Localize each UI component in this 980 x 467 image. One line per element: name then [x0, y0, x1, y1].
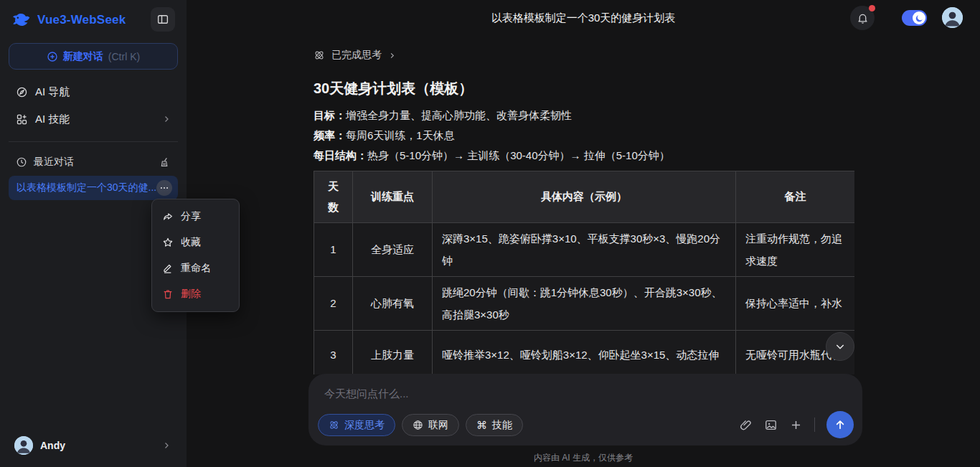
- meta-text: 每周6天训练，1天休息: [346, 129, 455, 141]
- add-more-button[interactable]: [789, 418, 803, 432]
- chat-composer: 今天想问点什么... 深度思考: [308, 374, 862, 445]
- menu-item-label: 重命名: [181, 262, 211, 275]
- cell-note: 保持心率适中，补水: [736, 276, 855, 330]
- user-profile-button[interactable]: Andy: [9, 433, 178, 458]
- atom-icon: [314, 49, 325, 61]
- menu-item-rename[interactable]: 重命名: [152, 255, 239, 281]
- atom-icon: [329, 420, 339, 430]
- image-upload-button[interactable]: [764, 418, 778, 432]
- sidebar-item-ai-skills[interactable]: AI 技能: [9, 107, 178, 131]
- column-header-day: 天数: [314, 171, 353, 223]
- sidebar-item-label: AI 技能: [35, 113, 70, 126]
- plus-circle-icon: [47, 51, 58, 62]
- scroll-to-bottom-button[interactable]: [826, 332, 854, 361]
- web-search-toggle[interactable]: 联网: [402, 414, 459, 436]
- ellipsis-icon: [159, 183, 169, 193]
- column-header-focus: 训练重点: [353, 171, 433, 223]
- notifications-button[interactable]: [850, 6, 875, 30]
- globe-icon: [413, 420, 423, 430]
- plan-table: 天数 训练重点 具体内容（示例） 备注 1 全身适应 深蹲3×15、跪姿俯卧撑3…: [314, 171, 854, 374]
- clear-history-button[interactable]: [159, 156, 171, 168]
- new-chat-label: 新建对话: [63, 50, 103, 63]
- bell-icon: [857, 12, 869, 24]
- plan-heading: 30天健身计划表（模板）: [314, 79, 473, 98]
- new-chat-button[interactable]: 新建对话 (Ctrl K): [9, 43, 178, 70]
- conversation-item[interactable]: 以表格模板制定一个30天的健...: [9, 176, 178, 200]
- cell-detail: 跳绳20分钟（间歇：跳1分钟休息30秒）、开合跳3×30秒、高抬腿3×30秒: [433, 276, 736, 330]
- chevron-down-icon: [834, 341, 846, 352]
- notification-dot: [869, 5, 875, 11]
- chevron-right-icon: [162, 115, 171, 123]
- compass-icon: [16, 86, 28, 98]
- column-header-note: 备注: [736, 171, 855, 223]
- chevron-right-icon: [162, 441, 171, 450]
- conversation-more-button[interactable]: [156, 180, 172, 196]
- recent-label: 最近对话: [34, 156, 74, 169]
- column-header-detail: 具体内容（示例）: [433, 171, 736, 223]
- table-header-row: 天数 训练重点 具体内容（示例） 备注: [314, 171, 855, 223]
- app-window: Vue3-WebSeek 新建对话 (Ctrl K): [0, 0, 980, 467]
- thought-status-label: 已完成思考: [331, 49, 382, 62]
- chat-input[interactable]: 今天想问点什么...: [324, 387, 847, 401]
- trash-icon: [162, 288, 174, 300]
- sidebar-item-label: AI 导航: [35, 85, 70, 99]
- star-icon: [162, 237, 174, 248]
- new-chat-shortcut: (Ctrl K): [108, 51, 140, 62]
- cell-note: 注重动作规范，勿追求速度: [736, 222, 855, 276]
- pill-label: 联网: [428, 419, 448, 432]
- cell-focus: 全身适应: [353, 222, 433, 276]
- conversation-context-menu: 分享 收藏 重命名 删除: [151, 199, 240, 312]
- meta-label: 目标: [314, 109, 335, 121]
- table-row: 2 心肺有氧 跳绳20分钟（间歇：跳1分钟休息30秒）、开合跳3×30秒、高抬腿…: [314, 276, 855, 330]
- pill-label: 深度思考: [344, 419, 385, 432]
- plan-frequency-line: 频率：每周6天训练，1天休息: [314, 129, 455, 143]
- meta-text: 热身（5-10分钟）→ 主训练（30-40分钟）→ 拉伸（5-10分钟）: [367, 149, 670, 161]
- menu-item-label: 分享: [181, 210, 201, 223]
- table-row: 1 全身适应 深蹲3×15、跪姿俯卧撑3×10、平板支撑30秒×3、慢跑20分钟…: [314, 222, 855, 276]
- cell-day: 2: [314, 276, 353, 330]
- menu-item-delete[interactable]: 删除: [152, 281, 239, 307]
- cell-day: 1: [314, 222, 353, 276]
- chevron-right-icon: [388, 52, 396, 60]
- deep-think-toggle[interactable]: 深度思考: [318, 414, 395, 436]
- cell-detail: 深蹲3×15、跪姿俯卧撑3×10、平板支撑30秒×3、慢跑20分钟: [433, 222, 736, 276]
- brand-name: Vue3-WebSeek: [37, 13, 126, 27]
- moon-icon: [913, 11, 925, 24]
- plan-goal-line: 目标：增强全身力量、提高心肺功能、改善身体柔韧性: [314, 109, 572, 123]
- meta-text: 增强全身力量、提高心肺功能、改善身体柔韧性: [346, 109, 572, 121]
- skills-toggle[interactable]: ⌘ 技能: [466, 414, 523, 436]
- recent-conversations-header: 最近对话: [9, 153, 178, 171]
- meta-label: 每日结构: [314, 149, 357, 161]
- menu-item-label: 删除: [181, 288, 201, 301]
- main-header: 以表格模板制定一个30天的健身计划表: [187, 0, 980, 36]
- menu-item-share[interactable]: 分享: [152, 204, 239, 230]
- share-icon: [162, 211, 174, 222]
- pill-label: 技能: [492, 419, 512, 432]
- thought-status-toggle[interactable]: 已完成思考: [314, 49, 396, 62]
- cell-focus: 心肺有氧: [353, 276, 433, 330]
- cell-detail: 哑铃推举3×12、哑铃划船3×12、仰卧起坐3×15、动态拉伸: [433, 330, 736, 374]
- sidebar-item-ai-nav[interactable]: AI 导航: [9, 80, 178, 104]
- whale-logo-icon: [10, 11, 32, 29]
- meta-label: 频率: [314, 129, 335, 141]
- sidebar-header: Vue3-WebSeek: [10, 7, 176, 33]
- ai-disclaimer: 内容由 AI 生成，仅供参考: [187, 452, 980, 464]
- apps-grid-icon: [16, 113, 28, 126]
- brand: Vue3-WebSeek: [10, 11, 126, 29]
- composer-actions: [739, 411, 854, 438]
- send-button[interactable]: [826, 411, 854, 438]
- plan-structure-line: 每日结构：热身（5-10分钟）→ 主训练（30-40分钟）→ 拉伸（5-10分钟…: [314, 149, 670, 163]
- composer-divider: [814, 418, 815, 432]
- sidebar-collapse-button[interactable]: [151, 7, 175, 32]
- menu-item-favorite[interactable]: 收藏: [152, 230, 239, 255]
- sidebar-divider: [9, 141, 178, 142]
- cell-focus: 上肢力量: [353, 330, 433, 374]
- table-row: 3 上肢力量 哑铃推举3×12、哑铃划船3×12、仰卧起坐3×15、动态拉伸 无…: [314, 330, 855, 374]
- arrow-up-icon: [834, 418, 847, 431]
- user-avatar: [14, 436, 33, 455]
- account-avatar[interactable]: [942, 7, 963, 28]
- panel-collapse-icon: [156, 13, 169, 26]
- attach-file-button[interactable]: [739, 418, 753, 432]
- theme-toggle[interactable]: [902, 10, 927, 26]
- pencil-icon: [162, 263, 174, 274]
